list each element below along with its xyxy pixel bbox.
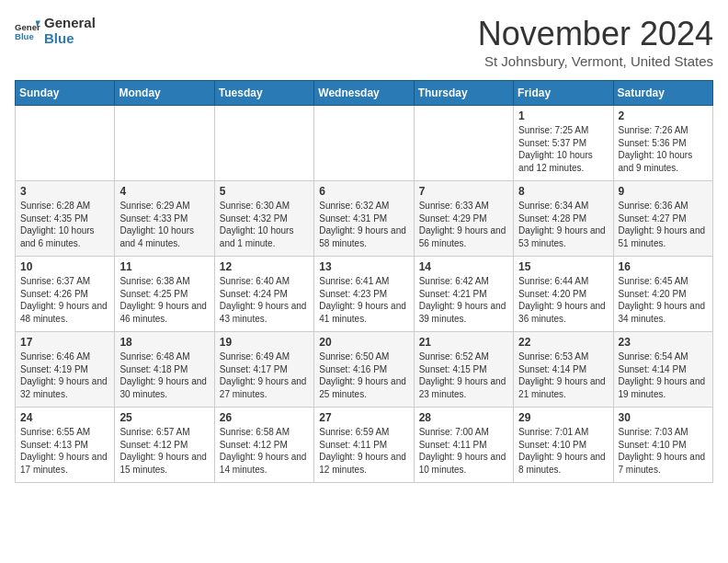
day-info: Sunrise: 6:41 AM Sunset: 4:23 PM Dayligh… (319, 275, 408, 325)
day-info: Sunrise: 6:49 AM Sunset: 4:17 PM Dayligh… (220, 350, 309, 400)
weekday-header-monday: Monday (115, 81, 214, 106)
calendar-cell: 24Sunrise: 6:55 AM Sunset: 4:13 PM Dayli… (16, 408, 115, 483)
day-number: 10 (20, 260, 109, 273)
svg-text:Blue: Blue (15, 31, 34, 41)
calendar-cell: 13Sunrise: 6:41 AM Sunset: 4:23 PM Dayli… (314, 257, 414, 332)
day-info: Sunrise: 7:01 AM Sunset: 4:10 PM Dayligh… (518, 426, 608, 476)
day-info: Sunrise: 6:32 AM Sunset: 4:31 PM Dayligh… (319, 200, 408, 249)
day-info: Sunrise: 6:37 AM Sunset: 4:26 PM Dayligh… (20, 275, 109, 325)
calendar-cell: 7Sunrise: 6:33 AM Sunset: 4:29 PM Daylig… (414, 181, 513, 257)
calendar-cell: 23Sunrise: 6:54 AM Sunset: 4:14 PM Dayli… (613, 332, 712, 408)
title-block: November 2024 St Johnsbury, Vermont, Uni… (478, 15, 713, 69)
day-info: Sunrise: 6:57 AM Sunset: 4:12 PM Dayligh… (119, 426, 209, 476)
day-number: 26 (220, 411, 309, 424)
calendar-cell: 27Sunrise: 6:59 AM Sunset: 4:11 PM Dayli… (314, 408, 414, 483)
day-info: Sunrise: 7:25 AM Sunset: 5:37 PM Dayligh… (518, 124, 608, 174)
month-title: November 2024 (478, 15, 713, 53)
day-number: 30 (619, 411, 708, 424)
day-info: Sunrise: 6:52 AM Sunset: 4:15 PM Dayligh… (419, 350, 508, 400)
calendar-cell: 17Sunrise: 6:46 AM Sunset: 4:19 PM Dayli… (16, 332, 115, 408)
calendar-cell: 1Sunrise: 7:25 AM Sunset: 5:37 PM Daylig… (514, 106, 613, 181)
day-number: 29 (518, 411, 608, 424)
calendar-cell: 25Sunrise: 6:57 AM Sunset: 4:12 PM Dayli… (115, 408, 214, 483)
day-number: 20 (319, 336, 408, 349)
logo-icon: General Blue (15, 17, 40, 43)
day-info: Sunrise: 6:33 AM Sunset: 4:29 PM Dayligh… (419, 200, 508, 249)
day-number: 8 (518, 185, 608, 198)
weekday-header-tuesday: Tuesday (214, 81, 313, 106)
header: General Blue General Blue November 2024 … (15, 15, 713, 69)
calendar-cell: 12Sunrise: 6:40 AM Sunset: 4:24 PM Dayli… (214, 257, 313, 332)
day-info: Sunrise: 6:45 AM Sunset: 4:20 PM Dayligh… (619, 275, 708, 325)
day-number: 14 (419, 260, 508, 273)
day-info: Sunrise: 6:58 AM Sunset: 4:12 PM Dayligh… (220, 426, 309, 476)
calendar-cell: 19Sunrise: 6:49 AM Sunset: 4:17 PM Dayli… (214, 332, 313, 408)
day-number: 19 (220, 336, 309, 349)
calendar-cell: 2Sunrise: 7:26 AM Sunset: 5:36 PM Daylig… (613, 106, 712, 181)
logo: General Blue General Blue (15, 15, 96, 47)
day-number: 15 (518, 260, 608, 273)
calendar-cell (414, 106, 513, 181)
calendar-cell: 21Sunrise: 6:52 AM Sunset: 4:15 PM Dayli… (414, 332, 513, 408)
day-info: Sunrise: 6:34 AM Sunset: 4:28 PM Dayligh… (518, 200, 608, 249)
calendar-cell (314, 106, 414, 181)
weekday-header-sunday: Sunday (16, 81, 115, 106)
day-info: Sunrise: 6:36 AM Sunset: 4:27 PM Dayligh… (619, 200, 708, 249)
day-number: 3 (20, 185, 109, 198)
day-info: Sunrise: 6:42 AM Sunset: 4:21 PM Dayligh… (419, 275, 508, 325)
calendar-cell: 9Sunrise: 6:36 AM Sunset: 4:27 PM Daylig… (613, 181, 712, 257)
weekday-header-thursday: Thursday (414, 81, 513, 106)
day-info: Sunrise: 6:28 AM Sunset: 4:35 PM Dayligh… (20, 200, 109, 249)
calendar-cell (16, 106, 115, 181)
calendar-cell: 15Sunrise: 6:44 AM Sunset: 4:20 PM Dayli… (514, 257, 613, 332)
day-info: Sunrise: 7:26 AM Sunset: 5:36 PM Dayligh… (619, 124, 708, 174)
calendar-cell: 29Sunrise: 7:01 AM Sunset: 4:10 PM Dayli… (514, 408, 613, 483)
day-info: Sunrise: 6:29 AM Sunset: 4:33 PM Dayligh… (119, 200, 209, 249)
calendar-table: SundayMondayTuesdayWednesdayThursdayFrid… (15, 80, 713, 483)
day-info: Sunrise: 6:40 AM Sunset: 4:24 PM Dayligh… (220, 275, 309, 325)
weekday-header-friday: Friday (514, 81, 613, 106)
day-info: Sunrise: 6:59 AM Sunset: 4:11 PM Dayligh… (319, 426, 408, 476)
day-info: Sunrise: 6:44 AM Sunset: 4:20 PM Dayligh… (518, 275, 608, 325)
calendar-cell: 18Sunrise: 6:48 AM Sunset: 4:18 PM Dayli… (115, 332, 214, 408)
day-info: Sunrise: 6:54 AM Sunset: 4:14 PM Dayligh… (619, 350, 708, 400)
day-number: 7 (419, 185, 508, 198)
day-info: Sunrise: 6:53 AM Sunset: 4:14 PM Dayligh… (518, 350, 608, 400)
calendar-cell: 28Sunrise: 7:00 AM Sunset: 4:11 PM Dayli… (414, 408, 513, 483)
day-number: 6 (319, 185, 408, 198)
day-number: 11 (119, 260, 209, 273)
day-number: 22 (518, 336, 608, 349)
calendar-cell: 30Sunrise: 7:03 AM Sunset: 4:10 PM Dayli… (613, 408, 712, 483)
day-number: 17 (20, 336, 109, 349)
weekday-header-saturday: Saturday (613, 81, 712, 106)
calendar-cell: 26Sunrise: 6:58 AM Sunset: 4:12 PM Dayli… (214, 408, 313, 483)
day-info: Sunrise: 6:46 AM Sunset: 4:19 PM Dayligh… (20, 350, 109, 400)
day-number: 16 (619, 260, 708, 273)
day-info: Sunrise: 7:00 AM Sunset: 4:11 PM Dayligh… (419, 426, 508, 476)
day-number: 4 (119, 185, 209, 198)
day-number: 27 (319, 411, 408, 424)
day-number: 9 (619, 185, 708, 198)
day-info: Sunrise: 6:50 AM Sunset: 4:16 PM Dayligh… (319, 350, 408, 400)
calendar-cell: 3Sunrise: 6:28 AM Sunset: 4:35 PM Daylig… (16, 181, 115, 257)
calendar-cell: 5Sunrise: 6:30 AM Sunset: 4:32 PM Daylig… (214, 181, 313, 257)
day-number: 18 (119, 336, 209, 349)
weekday-header-wednesday: Wednesday (314, 81, 414, 106)
day-number: 24 (20, 411, 109, 424)
calendar-cell: 22Sunrise: 6:53 AM Sunset: 4:14 PM Dayli… (514, 332, 613, 408)
day-number: 1 (518, 109, 608, 122)
calendar-cell (214, 106, 313, 181)
calendar-cell: 20Sunrise: 6:50 AM Sunset: 4:16 PM Dayli… (314, 332, 414, 408)
calendar-cell: 10Sunrise: 6:37 AM Sunset: 4:26 PM Dayli… (16, 257, 115, 332)
calendar-cell: 4Sunrise: 6:29 AM Sunset: 4:33 PM Daylig… (115, 181, 214, 257)
day-number: 21 (419, 336, 508, 349)
day-number: 5 (220, 185, 309, 198)
calendar-cell: 14Sunrise: 6:42 AM Sunset: 4:21 PM Dayli… (414, 257, 513, 332)
day-number: 13 (319, 260, 408, 273)
day-info: Sunrise: 7:03 AM Sunset: 4:10 PM Dayligh… (619, 426, 708, 476)
day-info: Sunrise: 6:55 AM Sunset: 4:13 PM Dayligh… (20, 426, 109, 476)
day-number: 28 (419, 411, 508, 424)
location: St Johnsbury, Vermont, United States (478, 53, 713, 69)
day-info: Sunrise: 6:30 AM Sunset: 4:32 PM Dayligh… (220, 200, 309, 249)
calendar-cell: 8Sunrise: 6:34 AM Sunset: 4:28 PM Daylig… (514, 181, 613, 257)
